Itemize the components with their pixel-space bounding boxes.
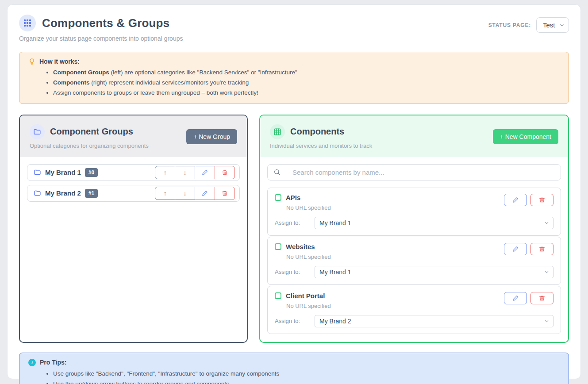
component-card: Client Portal No URL specified [267, 286, 561, 334]
groups-list: My Brand 1 #0 ↑ ↓ [20, 157, 247, 213]
component-checkbox[interactable] [275, 292, 281, 299]
page-header-left: Components & Groups Organize your status… [19, 15, 183, 42]
group-actions: ↑ ↓ [155, 166, 235, 179]
component-checkbox[interactable] [275, 243, 281, 250]
pro-tips-box: i Pro Tips: Use groups like "Backend", "… [19, 353, 569, 384]
group-row: My Brand 1 #0 ↑ ↓ [27, 164, 240, 181]
components-title: Components [290, 127, 344, 137]
edit-component-button[interactable] [504, 292, 527, 304]
component-groups-panel: Component Groups Optional categories for… [19, 115, 248, 343]
pencil-icon [512, 246, 519, 252]
search-input[interactable] [286, 165, 561, 180]
group-actions: ↑ ↓ [155, 187, 235, 200]
delete-component-button[interactable] [530, 243, 553, 255]
assign-group-select-wrap: My Brand 1 [315, 266, 553, 278]
how-it-works-title: How it works: [39, 58, 80, 65]
component-url-status: No URL specified [286, 253, 331, 260]
component-card: Websites No URL specified [267, 237, 561, 285]
group-name: My Brand 2 [45, 189, 81, 197]
status-page-picker: STATUS PAGE: Test [488, 17, 569, 33]
delete-group-button[interactable] [215, 187, 235, 200]
folder-icon [34, 169, 41, 176]
delete-component-button[interactable] [530, 194, 553, 206]
move-up-button[interactable]: ↑ [155, 187, 175, 200]
move-down-button[interactable]: ↓ [175, 187, 195, 200]
pro-tips-item: Use the up/down arrow buttons to reorder… [53, 380, 560, 384]
component-groups-subtitle: Optional categories for organizing compo… [30, 142, 149, 149]
component-name: Websites [286, 243, 315, 250]
status-page-select-wrap: Test [536, 17, 569, 33]
assign-group-select[interactable]: My Brand 1 [315, 266, 553, 278]
component-url-status: No URL specified [286, 204, 331, 211]
assign-group-select[interactable]: My Brand 1 [315, 217, 553, 229]
edit-group-button[interactable] [195, 166, 215, 179]
pencil-icon [202, 169, 208, 176]
assign-to-label: Assign to: [275, 269, 315, 275]
lightbulb-icon [28, 58, 35, 65]
edit-group-button[interactable] [195, 187, 215, 200]
move-down-button[interactable]: ↓ [175, 166, 195, 179]
group-order-badge: #0 [85, 168, 98, 177]
search-icon [268, 165, 286, 180]
pencil-icon [512, 295, 519, 301]
trash-icon [539, 197, 545, 203]
pencil-icon [512, 197, 519, 203]
assign-group-select-wrap: My Brand 1 [315, 217, 553, 229]
delete-group-button[interactable] [215, 166, 235, 179]
trash-icon [539, 246, 545, 252]
folder-icon [34, 189, 41, 197]
components-subtitle: Individual services and monitors to trac… [270, 142, 372, 149]
delete-component-button[interactable] [530, 292, 553, 304]
status-page-select[interactable]: Test [536, 17, 569, 33]
group-name: My Brand 1 [45, 169, 81, 176]
how-it-works-box: How it works: Component Groups (left) ar… [19, 52, 569, 104]
component-name: Client Portal [286, 292, 325, 300]
page-header: Components & Groups Organize your status… [19, 15, 569, 42]
page-subtitle: Organize your status page components int… [19, 35, 183, 42]
component-search-bar [267, 164, 561, 180]
new-group-button[interactable]: + New Group [186, 129, 237, 144]
components-list: APIs No URL specified [260, 157, 568, 342]
component-name: APIs [286, 194, 300, 201]
how-it-works-item: Components (right) represent individual … [53, 79, 560, 87]
component-groups-title: Component Groups [50, 127, 133, 137]
edit-component-button[interactable] [504, 243, 527, 255]
component-url-status: No URL specified [286, 303, 331, 309]
pro-tips-title: Pro Tips: [40, 359, 66, 366]
edit-component-button[interactable] [504, 194, 527, 206]
trash-icon [222, 190, 228, 196]
how-it-works-list: Component Groups (left) are optional cat… [53, 69, 560, 97]
page-title: Components & Groups [42, 16, 169, 30]
assign-to-label: Assign to: [275, 219, 315, 226]
assign-group-select[interactable]: My Brand 2 [315, 315, 553, 327]
pencil-icon [202, 190, 208, 196]
component-card: APIs No URL specified [267, 188, 561, 236]
trash-icon [539, 295, 545, 301]
group-order-badge: #1 [85, 189, 98, 198]
table-grid-icon [270, 124, 285, 139]
new-component-button[interactable]: + New Component [493, 129, 558, 144]
group-row: My Brand 2 #1 ↑ ↓ [27, 185, 240, 202]
trash-icon [222, 169, 228, 176]
info-icon: i [28, 359, 36, 366]
how-it-works-item: Component Groups (left) are optional cat… [53, 69, 560, 77]
assign-to-label: Assign to: [275, 318, 315, 324]
component-checkbox[interactable] [275, 194, 281, 201]
folder-icon [30, 124, 45, 139]
assign-group-select-wrap: My Brand 2 [315, 315, 553, 327]
pro-tips-item: Use groups like "Backend", "Frontend", "… [53, 370, 560, 378]
component-groups-header: Component Groups Optional categories for… [20, 115, 247, 157]
components-grid-icon [19, 15, 36, 31]
components-header: Components Individual services and monit… [260, 115, 568, 157]
status-page-label: STATUS PAGE: [488, 22, 531, 28]
pro-tips-list: Use groups like "Backend", "Frontend", "… [53, 370, 560, 384]
move-up-button[interactable]: ↑ [155, 166, 175, 179]
how-it-works-item: Assign components to groups or leave the… [53, 89, 560, 97]
components-panel: Components Individual services and monit… [259, 115, 569, 343]
main-container: Components & Groups Organize your status… [7, 4, 581, 379]
